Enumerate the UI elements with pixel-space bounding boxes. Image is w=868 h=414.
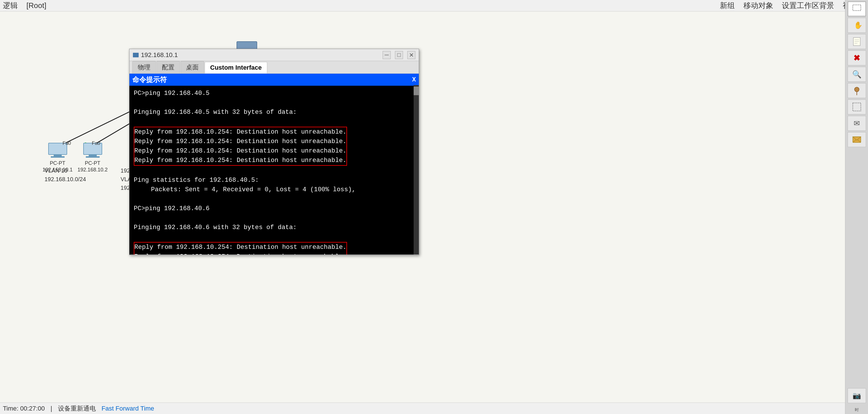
terminal-line-8 bbox=[134, 166, 409, 175]
menu-logic[interactable]: 逻辑 bbox=[3, 1, 18, 11]
pan-tool-button[interactable]: ✋ bbox=[848, 18, 866, 33]
svg-rect-20 bbox=[54, 154, 62, 156]
svg-rect-0 bbox=[853, 5, 861, 11]
dialog-controls: ─ □ ✕ bbox=[383, 51, 415, 59]
tab-config[interactable]: 配置 bbox=[156, 61, 180, 73]
terminal-line-14: Pinging 192.168.40.6 with 32 bytes of da… bbox=[134, 223, 409, 232]
status-action[interactable]: Fast Forward Time bbox=[102, 405, 154, 412]
dialog-title-group: 192.168.10.1 bbox=[133, 51, 178, 59]
svg-rect-24 bbox=[86, 156, 100, 158]
menu-moveobj[interactable]: 移动对象 bbox=[743, 1, 773, 11]
terminal-line-16: Reply from 192.168.10.254: Destination h… bbox=[134, 243, 346, 252]
terminal-titlebar: 命令提示符 X bbox=[129, 74, 419, 86]
dialog-titlebar: 192.168.10.1 ─ □ ✕ bbox=[129, 49, 419, 61]
screenshot-button[interactable]: 📷 bbox=[848, 388, 866, 403]
menu-newgroup[interactable]: 新组 bbox=[720, 1, 735, 11]
terminal-line-6: Reply from 192.168.10.254: Destination h… bbox=[134, 146, 346, 156]
terminal-line-17: Reply from 192.168.10.254: Destination h… bbox=[134, 252, 346, 254]
note-tool-button[interactable] bbox=[848, 34, 866, 49]
time-label: 时 bbox=[854, 406, 860, 414]
terminal-line-11 bbox=[134, 195, 409, 204]
status-time: Time: 00:27:00 bbox=[3, 405, 45, 412]
svg-rect-8 bbox=[853, 103, 861, 111]
svg-point-6 bbox=[855, 87, 859, 92]
terminal-line-12: PC>ping 192.168.40.6 bbox=[134, 204, 409, 213]
terminal-line-3 bbox=[134, 117, 409, 127]
vlan10-label: VLAN 10 192.168.10.0/24 bbox=[44, 166, 86, 183]
terminal-line-10: Packets: Sent = 4, Received = 0, Lost = … bbox=[134, 185, 409, 195]
terminal-line-7: Reply from 192.168.10.254: Destination h… bbox=[134, 156, 346, 165]
canvas-area: PC-PT 192.168.10.1 Fa0 PC-PT 192.168.10.… bbox=[0, 11, 845, 403]
connections-svg bbox=[0, 11, 845, 403]
svg-rect-21 bbox=[51, 156, 65, 158]
tab-custom-interface[interactable]: Custom Interface bbox=[205, 62, 267, 73]
terminal-line-5: Reply from 192.168.10.254: Destination h… bbox=[134, 137, 346, 146]
terminal-line-9: Ping statistics for 192.168.40.5: bbox=[134, 175, 409, 185]
dialog-window: 192.168.10.1 ─ □ ✕ 物理 配置 桌面 Custom Inter… bbox=[129, 49, 419, 255]
menu-root[interactable]: [Root] bbox=[26, 1, 46, 10]
dialog-tabs: 物理 配置 桌面 Custom Interface bbox=[129, 61, 419, 74]
zoom-tool-button[interactable]: 🔍 bbox=[848, 67, 866, 82]
dashed-select-button[interactable] bbox=[848, 100, 866, 114]
terminal-content: PC>ping 192.168.40.5 Pinging 192.168.40.… bbox=[134, 89, 414, 254]
tab-desktop[interactable]: 桌面 bbox=[181, 61, 204, 73]
pc1-interface-label: Fa0 bbox=[63, 140, 71, 146]
dialog-title-text: 192.168.10.1 bbox=[141, 51, 178, 59]
close-button[interactable]: ✕ bbox=[407, 51, 415, 59]
terminal-scrollbar[interactable] bbox=[414, 85, 419, 254]
red-box-group-2: Reply from 192.168.10.254: Destination h… bbox=[134, 242, 347, 254]
terminal-line-2: Pinging 192.168.40.5 with 32 bytes of da… bbox=[134, 107, 409, 117]
terminal-line-4: Reply from 192.168.10.254: Destination h… bbox=[134, 127, 346, 137]
dialog-title-icon bbox=[133, 53, 138, 57]
terminal-title-text: 命令提示符 bbox=[132, 75, 167, 84]
terminal-area[interactable]: 命令提示符 X PC>ping 192.168.40.5 Pinging 192… bbox=[129, 74, 419, 254]
delete-tool-button[interactable]: ✖ bbox=[848, 50, 866, 65]
terminal-line-13 bbox=[134, 213, 409, 223]
bottom-statusbar: Time: 00:27:00 | 设备重新通电 Fast Forward Tim… bbox=[0, 403, 845, 414]
svg-text:✋: ✋ bbox=[854, 21, 862, 29]
minimize-button[interactable]: ─ bbox=[383, 51, 391, 59]
terminal-line-1 bbox=[134, 98, 409, 107]
select-tool-button[interactable] bbox=[848, 1, 866, 16]
maximize-button[interactable]: □ bbox=[395, 51, 403, 59]
terminal-close-button[interactable]: X bbox=[412, 76, 416, 83]
svg-rect-23 bbox=[89, 154, 97, 156]
right-sidebar: ✋ ✖ 🔍 ✉ 📷 时 bbox=[845, 0, 868, 414]
scrollbar-thumb[interactable] bbox=[414, 87, 419, 95]
menu-setbg[interactable]: 设置工作区背景 bbox=[782, 1, 834, 11]
pdu-complex-button[interactable] bbox=[848, 132, 866, 147]
status-divider: | bbox=[51, 405, 52, 412]
pdu-simple-button[interactable]: ✉ bbox=[848, 116, 866, 131]
status-message: 设备重新通电 bbox=[58, 404, 96, 413]
red-box-group-1: Reply from 192.168.10.254: Destination h… bbox=[134, 127, 347, 166]
pin-tool-button[interactable] bbox=[848, 83, 866, 98]
pc2-interface-label: Fa0 bbox=[92, 140, 100, 146]
terminal-line-0: PC>ping 192.168.40.5 bbox=[134, 89, 409, 98]
top-menubar: 逻辑 [Root] 新组 移动对象 设置工作区背景 视图区 bbox=[0, 0, 868, 11]
terminal-line-15 bbox=[134, 232, 409, 242]
tab-physics[interactable]: 物理 bbox=[132, 61, 156, 73]
